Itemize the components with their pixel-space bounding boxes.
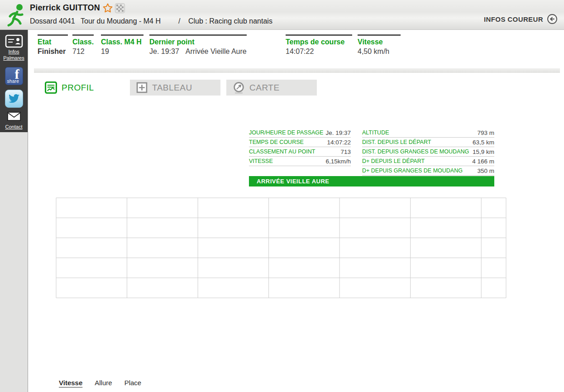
infos-coureur-toggle[interactable]: INFOS COUREUR <box>484 14 558 24</box>
facebook-share-button[interactable]: f share <box>5 67 23 85</box>
header-subline: Dossard 4041 Tour du Moudang - M4 H / Cl… <box>0 17 564 28</box>
collapse-arrow-icon <box>547 14 558 24</box>
runner-name: Pierrick GUITTON <box>30 3 100 13</box>
twitter-bird-icon <box>7 93 21 105</box>
infos-coureur-label: INFOS COUREUR <box>484 15 543 23</box>
twitter-share-button[interactable] <box>5 90 23 108</box>
checkpoint-banner: ARRIVÉE VIEILLE AURE <box>249 176 494 186</box>
sidebar-link-contact[interactable]: Contact <box>0 124 28 130</box>
header: Pierrick GUITTON Dossard 4041 Tour du Mo… <box>0 0 564 30</box>
runner-page: Pierrick GUITTON Dossard 4041 Tour du Mo… <box>0 0 564 392</box>
club-name: Club : Racing club nantais <box>188 17 272 25</box>
envelope-icon <box>7 112 21 121</box>
sidebar-link-palmares[interactable]: Palmares <box>0 55 28 61</box>
runner-card-icon[interactable] <box>0 34 28 50</box>
sidebar-spacer <box>0 132 28 392</box>
finish-flag-icon[interactable] <box>115 3 125 13</box>
favorite-star-icon[interactable] <box>102 3 113 14</box>
race-name: Tour du Moudang - M4 H <box>81 17 161 25</box>
separator: / <box>178 17 180 25</box>
charts-canvas[interactable] <box>0 0 564 392</box>
bib-number: Dossard 4041 <box>30 17 75 25</box>
checkpoint-banner-label: ARRIVÉE VIEILLE AURE <box>257 178 329 185</box>
contact-block[interactable]: Contact <box>0 112 28 130</box>
sidebar-divider <box>28 30 28 392</box>
sidebar-link-infos[interactable]: Infos <box>0 48 28 55</box>
facebook-share-label: share <box>7 79 19 84</box>
